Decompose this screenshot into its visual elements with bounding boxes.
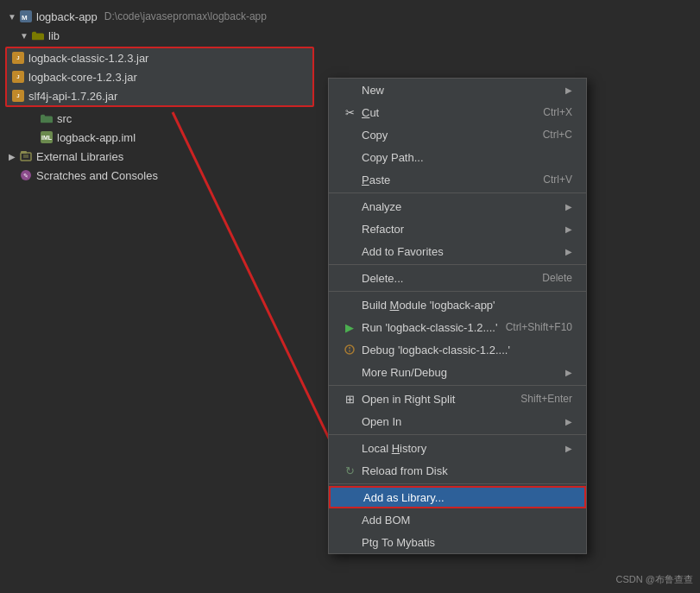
src-folder-icon: [40, 111, 54, 125]
more-run-submenu-arrow: ▶: [565, 368, 572, 377]
context-menu: New ▶ ✂ Cut Ctrl+X Copy Ctrl+C Copy Path…: [328, 78, 587, 554]
jar-icon-1: J: [12, 52, 24, 64]
debug-icon: [343, 344, 356, 355]
open-in-submenu-arrow: ▶: [565, 417, 572, 426]
delete-shortcut: Delete: [542, 272, 572, 284]
sep4: [329, 385, 586, 386]
menu-item-open-in[interactable]: Open In ▶: [329, 410, 586, 432]
jar-label-3: slf4j-api-1.7.26.jar: [28, 90, 117, 103]
jar-group: J logback-classic-1.2.3.jar J logback-co…: [5, 47, 314, 107]
add-library-label: Add as Library...: [363, 491, 571, 504]
delete-label: Delete...: [362, 272, 542, 285]
jar-label-1: logback-classic-1.2.3.jar: [28, 52, 148, 65]
build-module-label: Build Module 'logback-app': [362, 299, 572, 312]
jar-icon-2: J: [12, 71, 24, 83]
svg-text:M: M: [22, 14, 28, 22]
local-history-label: Local History: [362, 442, 565, 455]
reload-icon: ↻: [343, 464, 356, 477]
jar-label-2: logback-core-1.2.3.jar: [28, 71, 137, 84]
menu-item-more-run[interactable]: More Run/Debug ▶: [329, 361, 586, 383]
copy-path-label: Copy Path...: [362, 151, 572, 164]
ext-arrow: ▶: [7, 152, 17, 161]
local-history-submenu-arrow: ▶: [565, 444, 572, 453]
menu-item-local-history[interactable]: Local History ▶: [329, 437, 586, 459]
file-tree: ▼ M logback-app D:\code\javasepromax\log…: [0, 0, 319, 593]
menu-item-reload[interactable]: ↻ Reload from Disk: [329, 459, 586, 482]
menu-item-analyze[interactable]: Analyze ▶: [329, 195, 586, 218]
menu-item-debug[interactable]: Debug 'logback-classic-1.2....': [329, 338, 586, 361]
ext-lib-label: External Libraries: [36, 150, 123, 163]
root-path: D:\code\javasepromax\logback-app: [104, 10, 267, 22]
svg-point-13: [349, 347, 350, 349]
debug-label: Debug 'logback-classic-1.2....': [362, 344, 572, 356]
sep2: [329, 264, 586, 265]
add-favorites-label: Add to Favorites: [362, 245, 565, 258]
run-shortcut: Ctrl+Shift+F10: [506, 321, 572, 333]
menu-item-run[interactable]: ▶ Run 'logback-classic-1.2....' Ctrl+Shi…: [329, 316, 586, 338]
sep5: [329, 434, 586, 435]
analyze-submenu-arrow: ▶: [565, 202, 572, 211]
cut-label: Cut: [362, 106, 543, 119]
run-label: Run 'logback-classic-1.2....': [362, 321, 506, 334]
svg-text:✎: ✎: [23, 173, 28, 179]
menu-item-paste[interactable]: Paste Ctrl+V: [329, 168, 586, 191]
root-label: logback-app: [36, 10, 98, 23]
lib-label: lib: [48, 29, 60, 42]
open-right-icon: ⊞: [343, 393, 356, 406]
lib-arrow: ▼: [19, 31, 29, 41]
external-libraries[interactable]: ▶ External Libraries: [0, 147, 319, 166]
analyze-label: Analyze: [362, 200, 565, 213]
menu-item-build-module[interactable]: Build Module 'logback-app': [329, 293, 586, 316]
sep1: [329, 192, 586, 193]
menu-item-ptg-mybatis[interactable]: Ptg To Mybatis: [329, 531, 586, 553]
menu-item-add-bom[interactable]: Add BOM: [329, 508, 586, 531]
tree-root[interactable]: ▼ M logback-app D:\code\javasepromax\log…: [0, 7, 319, 26]
folder-icon: [31, 28, 45, 42]
sep6: [329, 483, 586, 484]
sep3: [329, 291, 586, 292]
menu-item-add-favorites[interactable]: Add to Favorites ▶: [329, 240, 586, 262]
iml-label: logback-app.iml: [57, 131, 136, 144]
src-label: src: [57, 112, 72, 125]
reload-label: Reload from Disk: [362, 464, 572, 477]
menu-item-cut[interactable]: ✂ Cut Ctrl+X: [329, 101, 586, 123]
root-arrow: ▼: [7, 12, 17, 22]
copy-shortcut: Ctrl+C: [543, 129, 572, 141]
svg-text:IML: IML: [41, 135, 53, 141]
menu-item-copy[interactable]: Copy Ctrl+C: [329, 123, 586, 146]
copy-label: Copy: [362, 129, 543, 142]
jar-icon-3: J: [12, 90, 24, 102]
menu-item-add-library[interactable]: Add as Library...: [329, 486, 586, 508]
new-submenu-arrow: ▶: [565, 85, 572, 95]
refactor-submenu-arrow: ▶: [565, 224, 572, 234]
menu-item-delete[interactable]: Delete... Delete: [329, 267, 586, 289]
jar-item-3[interactable]: J slf4j-api-1.7.26.jar: [7, 86, 312, 105]
iml-icon: IML: [40, 130, 54, 144]
refactor-label: Refactor: [362, 223, 565, 236]
open-right-shortcut: Shift+Enter: [520, 393, 572, 405]
new-label: New: [362, 84, 565, 97]
menu-item-open-right[interactable]: ⊞ Open in Right Split Shift+Enter: [329, 388, 586, 410]
menu-item-copy-path[interactable]: Copy Path...: [329, 146, 586, 168]
menu-item-refactor[interactable]: Refactor ▶: [329, 218, 586, 240]
jar-item-1[interactable]: J logback-classic-1.2.3.jar: [7, 48, 312, 67]
ext-lib-icon: [19, 149, 33, 163]
svg-rect-5: [21, 151, 27, 154]
scratches-icon: ✎: [19, 168, 33, 182]
ptg-mybatis-label: Ptg To Mybatis: [362, 536, 572, 549]
scratches-label: Scratches and Consoles: [36, 169, 158, 182]
more-run-label: More Run/Debug: [362, 366, 565, 379]
paste-label: Paste: [362, 173, 543, 186]
src-folder[interactable]: ▶ src: [0, 109, 319, 128]
run-icon: ▶: [343, 321, 356, 334]
iml-file[interactable]: ▶ IML logback-app.iml: [0, 128, 319, 147]
paste-shortcut: Ctrl+V: [543, 173, 572, 186]
lib-folder[interactable]: ▼ lib: [0, 26, 319, 45]
jar-item-2[interactable]: J logback-core-1.2.3.jar: [7, 67, 312, 86]
scratches-consoles[interactable]: ▶ ✎ Scratches and Consoles: [0, 166, 319, 185]
svg-rect-14: [350, 350, 350, 352]
menu-item-new[interactable]: New ▶: [329, 79, 586, 101]
open-in-label: Open In: [362, 415, 565, 428]
watermark: CSDN @布鲁查查: [616, 573, 693, 586]
cut-shortcut: Ctrl+X: [543, 106, 572, 118]
